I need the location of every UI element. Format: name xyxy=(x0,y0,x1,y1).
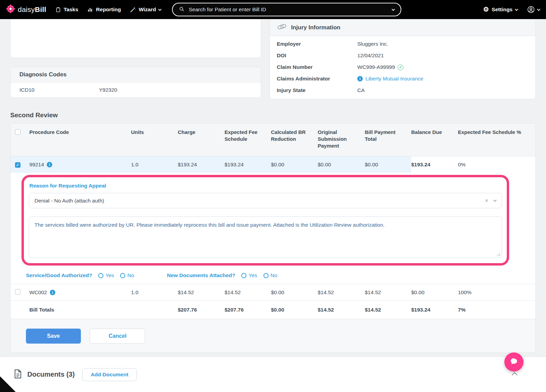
units-value: 1.0 xyxy=(131,289,178,296)
info-icon[interactable] xyxy=(47,162,52,167)
br-reduction-value: $0.00 xyxy=(271,162,318,168)
tasks-icon xyxy=(55,7,61,13)
total-bill-payment: $14.52 xyxy=(365,307,411,313)
verified-check-icon xyxy=(398,64,403,70)
save-button[interactable]: Save xyxy=(26,329,81,344)
injury-row-claims-administrator: Claims Administrator Liberty Mutual Insu… xyxy=(270,73,535,85)
service-authorized-no-radio[interactable] xyxy=(120,273,125,278)
procedure-code: 99214 xyxy=(29,162,44,168)
original-submission-value: $0.00 xyxy=(318,162,365,168)
diagnosis-codes-title: Diagnosis Codes xyxy=(11,67,261,82)
injury-row-injury-state: Injury State CA xyxy=(270,85,535,96)
radio-yes-label: Yes xyxy=(105,272,114,278)
info-icon[interactable] xyxy=(357,76,363,81)
global-search xyxy=(172,3,401,16)
clear-selection-icon[interactable] xyxy=(485,198,488,203)
new-documents-no-radio[interactable] xyxy=(263,273,269,278)
nav-wizard[interactable]: Wizard xyxy=(130,6,161,13)
selected-appeal-reason: Denial - No Auth (attach auth) xyxy=(34,198,104,204)
search-chevron-down-icon[interactable] xyxy=(392,7,395,11)
total-expected-fee: $207.76 xyxy=(225,307,271,313)
nav-tasks-label: Tasks xyxy=(64,6,78,13)
total-br-reduction: $0.00 xyxy=(271,307,318,313)
service-authorized-yes-radio[interactable] xyxy=(98,273,103,278)
units-value: 1.0 xyxy=(131,162,178,168)
chevron-down-icon xyxy=(515,7,518,11)
nav-tasks[interactable]: Tasks xyxy=(55,6,78,13)
col-calculated-br-reduction: Calculated BR Reduction xyxy=(271,124,318,156)
daisy-flower-icon xyxy=(6,4,15,15)
charge-value: $14.52 xyxy=(178,289,225,296)
expected-fee-value: $14.52 xyxy=(225,289,271,296)
brand-name: daisyBill xyxy=(18,5,46,14)
search-icon xyxy=(179,6,185,13)
wizard-wand-icon xyxy=(130,6,136,13)
bill-totals-row: Bill Totals $207.76 $207.76 $0.00 $14.52… xyxy=(11,300,535,319)
chevron-down-icon xyxy=(158,7,162,11)
col-units: Units xyxy=(131,124,178,156)
user-icon xyxy=(527,6,535,13)
injury-row-claim-number: Claim Number WC999-A99999 xyxy=(270,61,535,73)
patient-card-partial xyxy=(10,19,261,58)
chat-bubble-button[interactable] xyxy=(504,352,523,372)
cancel-button[interactable]: Cancel xyxy=(90,329,145,344)
employer-value: Sluggers Inc. xyxy=(357,41,388,47)
field-label: Claim Number xyxy=(277,64,357,70)
total-expected-pct: 7% xyxy=(458,307,535,313)
add-document-button[interactable]: Add Document xyxy=(82,368,137,381)
new-documents-yes-radio[interactable] xyxy=(241,273,246,278)
diagnosis-code-type: ICD10 xyxy=(19,87,99,93)
balance-due-value: $0.00 xyxy=(411,289,458,296)
balance-due-value: $193.24 xyxy=(411,156,458,173)
select-all-checkbox[interactable] xyxy=(15,129,20,135)
search-input[interactable] xyxy=(189,6,388,13)
injury-row-doi: DOI 12/04/2021 xyxy=(270,50,535,61)
injury-state-value: CA xyxy=(357,87,365,93)
table-row-99214[interactable]: 99214 1.0 $193.24 $193.24 $0.00 $0.00 $0… xyxy=(11,156,535,173)
original-submission-value: $14.52 xyxy=(318,289,365,296)
gear-icon xyxy=(483,6,489,13)
charge-value: $193.24 xyxy=(178,162,225,168)
nav-settings[interactable]: Settings xyxy=(483,6,518,13)
col-expected-fee-schedule-pct: Expected Fee Schedule % xyxy=(458,124,535,156)
injury-information-title: Injury Information xyxy=(291,24,341,31)
appeal-reason-select[interactable]: Denial - No Auth (attach auth) xyxy=(29,193,502,208)
documents-title: Documents (3) xyxy=(27,371,75,378)
form-actions: Save Cancel xyxy=(11,319,535,352)
claims-admin-link[interactable]: Liberty Mutual Insurance xyxy=(365,76,423,82)
col-bill-payment-total: Bill Payment Total xyxy=(365,124,411,156)
col-original-submission-payment: Original Submission Payment xyxy=(318,124,365,156)
second-review-card: Procedure Code Units Charge Expected Fee… xyxy=(10,123,536,353)
daisybill-logo[interactable]: daisyBill xyxy=(6,4,46,15)
radio-no-label: No xyxy=(127,272,134,278)
row-checkbox[interactable] xyxy=(15,289,20,295)
chat-icon xyxy=(509,357,518,367)
info-icon[interactable] xyxy=(50,290,55,295)
total-balance-due: $193.24 xyxy=(411,307,458,313)
total-charge: $207.76 xyxy=(178,307,225,313)
procedure-code: WC002 xyxy=(29,289,47,296)
bandaid-icon xyxy=(277,22,287,32)
bill-payment-value: $14.52 xyxy=(365,289,411,296)
nav-account[interactable] xyxy=(527,6,540,13)
appeal-section: Reason for Requesting Appeal Denial - No… xyxy=(11,173,535,266)
total-original-submission: $14.52 xyxy=(318,307,365,313)
diagnosis-row: ICD10 Y92320 xyxy=(11,82,261,97)
chevron-down-icon[interactable] xyxy=(493,198,497,202)
nav-reporting-label: Reporting xyxy=(96,6,121,13)
field-label: Claims Administrator xyxy=(277,76,357,82)
appeal-note-textarea[interactable]: The services billed were authorized by U… xyxy=(29,216,502,258)
nav-reporting[interactable]: Reporting xyxy=(87,6,121,13)
main-content: Diagnosis Codes ICD10 Y92320 xyxy=(0,19,546,353)
row-checkbox[interactable] xyxy=(15,162,20,168)
field-label: DOI xyxy=(277,52,357,59)
col-expected-fee-schedule: Expected Fee Schedule xyxy=(225,124,271,156)
table-row-wc002[interactable]: WC002 1.0 $14.52 $14.52 $0.00 $14.52 $14… xyxy=(11,284,535,300)
br-reduction-value: $0.00 xyxy=(271,289,318,296)
field-label: Injury State xyxy=(277,87,357,93)
diagnosis-codes-card: Diagnosis Codes ICD10 Y92320 xyxy=(10,67,261,98)
expected-pct-value: 100% xyxy=(458,289,535,296)
doi-value: 12/04/2021 xyxy=(357,52,384,59)
new-documents-attached-label: New Documents Attached? xyxy=(167,272,235,278)
brand-bill: Bill xyxy=(35,5,46,13)
